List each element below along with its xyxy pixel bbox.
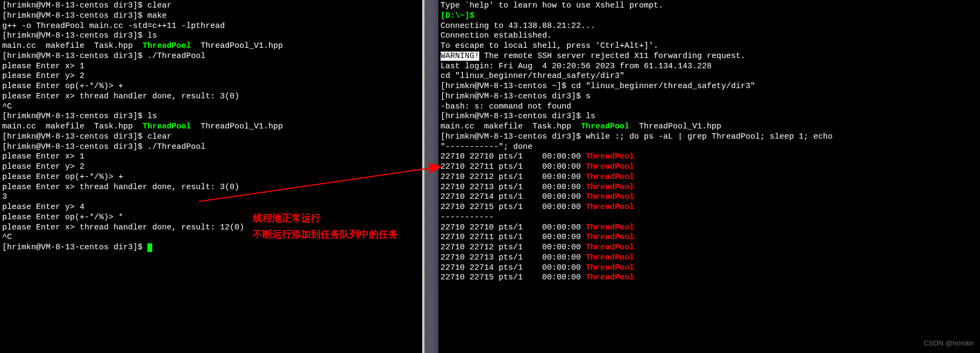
text-segment: Type `help' to learn how to use Xshell p…	[441, 1, 663, 10]
text-segment: 22710 22712 pts/1 00:00:00	[441, 243, 586, 252]
text-segment: Thread	[586, 233, 615, 242]
text-segment: main.cc makefile Task.hpp	[2, 41, 143, 51]
text-segment: Thread	[586, 263, 615, 272]
text-segment: Thread	[586, 172, 615, 182]
text-segment: [hrimkn@VM-8-13-centos dir3]$ clear	[2, 1, 172, 10]
terminal-line: 22710 22715 pts/1 00:00:00 ThreadPool	[441, 273, 978, 283]
text-segment: Pool	[615, 203, 634, 212]
text-segment: Thread	[586, 203, 615, 212]
terminal-line: Type `help' to learn how to use Xshell p…	[441, 1, 978, 11]
text-segment: Pool	[615, 172, 634, 182]
text-segment: -bash: s: command not found	[441, 102, 571, 111]
terminal-line: cd "linux_beginner/thread_safety/dir3"	[441, 71, 978, 82]
annotation-text-2: 不断运行添加到任务队列中的任务	[253, 228, 398, 241]
terminal-line: please Enter x> thread handler done, res…	[2, 183, 420, 193]
text-segment: 22710 22713 pts/1 00:00:00	[441, 183, 586, 192]
terminal-line: [hrimkn@VM-8-13-centos dir3]$ ls	[2, 112, 420, 122]
text-segment: Pool	[615, 263, 634, 272]
terminal-line: please Enter op(+-*/%)> +	[2, 172, 420, 183]
terminal-line: "-----------"; done	[441, 142, 978, 153]
text-segment: please Enter x> 1	[2, 152, 84, 161]
terminal-line: [hrimkn@VM-8-13-centos dir3]$ ls	[441, 112, 978, 122]
terminal-line: [hrimkn@VM-8-13-centos dir3]$ s	[441, 92, 978, 102]
text-segment: [hrimkn@VM-8-13-centos dir3]$ ls	[441, 112, 595, 121]
text-segment: please Enter x> thread handler done, res…	[2, 223, 244, 232]
terminal-line: WARNING! The remote SSH server rejected …	[441, 52, 978, 62]
text-segment: Thread	[586, 152, 615, 161]
text-segment: Thread	[586, 162, 615, 171]
text-segment: cd "linux_beginner/thread_safety/dir3"	[441, 71, 624, 81]
text-segment: 22710 22715 pts/1 00:00:00	[441, 273, 586, 282]
terminal-line: To escape to local shell, press 'Ctrl+Al…	[441, 41, 978, 52]
terminal-line: please Enter x> 1	[2, 62, 420, 72]
terminal-line: Last login: Fri Aug 4 20:20:56 2023 from…	[441, 62, 978, 72]
text-segment: 22710 22715 pts/1 00:00:00	[441, 203, 586, 212]
terminal-line: main.cc makefile Task.hpp ThreadPool Thr…	[441, 122, 978, 132]
text-segment: g++ -o ThreadPool main.cc -std=c++11 -lp…	[2, 21, 225, 31]
text-segment: WARNING!	[441, 52, 479, 61]
text-segment: 22710 22714 pts/1 00:00:00	[441, 192, 586, 201]
text-segment: please Enter op(+-*/%)> +	[2, 172, 123, 182]
text-segment: [hrimkn@VM-8-13-centos dir3]$	[2, 243, 147, 252]
terminal-line: ^C	[2, 102, 420, 112]
text-segment: Connection established.	[441, 31, 552, 40]
text-segment: Connecting to 43.138.88.21:22...	[441, 21, 595, 31]
terminal-line: [hrimkn@VM-8-13-centos dir3]$ make	[2, 11, 420, 21]
terminal-line: please Enter y> 2	[2, 71, 420, 82]
text-segment: ThreadPool	[581, 122, 629, 131]
text-segment: 22710 22713 pts/1 00:00:00	[441, 253, 586, 262]
text-segment: main.cc makefile Task.hpp	[2, 122, 143, 131]
terminal-line: main.cc makefile Task.hpp ThreadPool Thr…	[2, 122, 420, 132]
terminal-line: 22710 22710 pts/1 00:00:00 ThreadPool	[441, 223, 978, 233]
cursor	[147, 243, 152, 252]
terminal-line: -----------	[441, 213, 978, 223]
terminal-left[interactable]: [hrimkn@VM-8-13-centos dir3]$ clear[hrim…	[0, 0, 422, 353]
text-segment: main.cc makefile Task.hpp	[441, 122, 581, 131]
text-segment: [hrimkn@VM-8-13-centos ~]$ cd "linux_beg…	[441, 82, 755, 91]
text-segment: [hrimkn@VM-8-13-centos dir3]$ ./ThreadPo…	[2, 52, 205, 61]
terminal-line: [D:\~]$	[441, 11, 978, 21]
text-segment: Pool	[615, 223, 634, 232]
text-segment: Pool	[615, 233, 634, 242]
pane-divider[interactable]	[422, 0, 438, 353]
text-segment: Thread	[586, 192, 615, 201]
terminal-line: [hrimkn@VM-8-13-centos dir3]$ clear	[2, 132, 420, 142]
text-segment: please Enter y> 4	[2, 203, 84, 212]
text-segment: ^C	[2, 102, 12, 111]
text-segment: [hrimkn@VM-8-13-centos dir3]$ while :; d…	[441, 132, 833, 141]
text-segment: 22710 22714 pts/1 00:00:00	[441, 263, 586, 272]
text-segment: please Enter x> thread handler done, res…	[2, 92, 239, 101]
terminal-line: 22710 22712 pts/1 00:00:00 ThreadPool	[441, 243, 978, 253]
terminal-line: main.cc makefile Task.hpp ThreadPool Thr…	[2, 41, 420, 52]
text-segment: please Enter x> thread handler done, res…	[2, 183, 239, 192]
text-segment: ThreadPool	[143, 41, 191, 51]
text-segment: ThreadPool_V1.hpp	[629, 122, 721, 131]
text-segment: please Enter op(+-*/%)> *	[2, 213, 123, 222]
text-segment: Pool	[615, 152, 634, 161]
watermark: CSDN @hrimkn	[924, 339, 974, 348]
terminal-right[interactable]: Type `help' to learn how to use Xshell p…	[438, 0, 980, 353]
text-segment: "-----------"; done	[441, 142, 532, 152]
terminal-line: Connecting to 43.138.88.21:22...	[441, 21, 978, 32]
text-segment: -----------	[441, 213, 494, 222]
text-segment: ThreadPool_V1.hpp	[191, 122, 283, 131]
terminal-line: [hrimkn@VM-8-13-centos dir3]$ ./ThreadPo…	[2, 142, 420, 153]
terminal-line: 22710 22713 pts/1 00:00:00 ThreadPool	[441, 183, 978, 193]
terminal-line: please Enter y> 2	[2, 162, 420, 172]
text-segment: 22710 22712 pts/1 00:00:00	[441, 172, 586, 182]
terminal-line: please Enter op(+-*/%)> *	[2, 213, 420, 223]
terminal-line: g++ -o ThreadPool main.cc -std=c++11 -lp…	[2, 21, 420, 32]
text-segment: ThreadPool	[143, 122, 191, 131]
text-segment: [hrimkn@VM-8-13-centos dir3]$ clear	[2, 132, 172, 141]
terminal-line: 22710 22710 pts/1 00:00:00 ThreadPool	[441, 152, 978, 162]
text-segment: 22710 22710 pts/1 00:00:00	[441, 223, 586, 232]
terminal-line: 22710 22714 pts/1 00:00:00 ThreadPool	[441, 263, 978, 273]
text-segment: Last login: Fri Aug 4 20:20:56 2023 from…	[441, 62, 712, 71]
terminal-line: [hrimkn@VM-8-13-centos dir3]$	[2, 243, 420, 253]
text-segment: ThreadPool_V1.hpp	[191, 41, 283, 51]
terminal-line: please Enter x> 1	[2, 152, 420, 162]
terminal-line: [hrimkn@VM-8-13-centos dir3]$ ./ThreadPo…	[2, 52, 420, 62]
text-segment: 22710 22711 pts/1 00:00:00	[441, 233, 586, 242]
terminal-line: 22710 22713 pts/1 00:00:00 ThreadPool	[441, 253, 978, 263]
text-segment: Thread	[586, 273, 615, 282]
